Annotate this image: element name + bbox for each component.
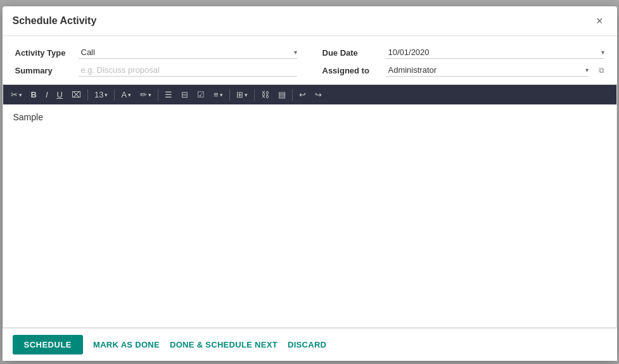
- toolbar-redo-button[interactable]: ↪: [311, 87, 326, 102]
- activity-type-arrow: ▾: [294, 49, 297, 56]
- toolbar-separator-2: [114, 89, 115, 101]
- due-date-label: Due Date: [322, 48, 380, 58]
- toolbar-link-button[interactable]: ⛓: [257, 87, 273, 102]
- toolbar-image-button[interactable]: ▤: [274, 87, 290, 102]
- toolbar-scissors-button[interactable]: ✂ ▾: [7, 87, 26, 102]
- highlight-arrow: ▾: [148, 92, 151, 98]
- summary-label: Summary: [15, 66, 72, 75]
- image-icon: ▤: [278, 90, 286, 99]
- align-arrow: ▾: [220, 92, 223, 98]
- editor-toolbar: ✂ ▾ B I U ⌧: [3, 85, 616, 104]
- modal-header: Schedule Activity ×: [3, 6, 617, 36]
- scissors-icon: ✂: [11, 90, 18, 99]
- schedule-activity-modal: Schedule Activity × Activity Type Call E…: [3, 6, 617, 361]
- toolbar-align-button[interactable]: ≡ ▾: [210, 87, 227, 102]
- mark-as-done-button[interactable]: MARK AS DONE: [93, 340, 160, 349]
- due-date-select[interactable]: 10/01/2020: [386, 46, 601, 58]
- activity-type-row: Activity Type Call Email Meeting ▾: [15, 46, 297, 59]
- color-icon: A: [121, 90, 127, 99]
- fontsize-arrow: ▾: [105, 92, 108, 98]
- form-section: Activity Type Call Email Meeting ▾ Due D…: [3, 36, 617, 82]
- toolbar-undo-button[interactable]: ↩: [295, 87, 310, 102]
- undo-icon: ↩: [299, 90, 306, 99]
- underline-icon: U: [57, 90, 63, 99]
- due-date-arrow: ▾: [601, 49, 604, 56]
- close-button[interactable]: ×: [592, 14, 607, 28]
- done-schedule-next-button[interactable]: DONE & SCHEDULE NEXT: [170, 340, 278, 349]
- toolbar-separator-5: [254, 89, 255, 101]
- activity-type-select[interactable]: Call Email Meeting: [79, 46, 294, 58]
- toolbar-separator-1: [87, 89, 88, 101]
- toolbar-unordered-list-button[interactable]: ☰: [161, 87, 176, 102]
- modal-title: Schedule Activity: [13, 15, 97, 27]
- activity-type-label: Activity Type: [15, 48, 72, 58]
- toolbar-table-button[interactable]: ⊞ ▾: [233, 87, 252, 102]
- assigned-to-arrow: ▾: [585, 66, 589, 73]
- toolbar-fontsize-button[interactable]: 13 ▾: [91, 87, 112, 102]
- summary-input[interactable]: [79, 64, 297, 77]
- highlight-icon: ✏: [140, 90, 147, 99]
- toolbar-italic-button[interactable]: I: [42, 87, 52, 102]
- toolbar-eraser-button[interactable]: ⌧: [68, 87, 85, 102]
- activity-type-select-wrapper[interactable]: Call Email Meeting ▾: [79, 46, 297, 59]
- ordered-list-icon: ⊟: [181, 90, 188, 99]
- summary-row: Summary: [15, 64, 297, 77]
- toolbar-checklist-button[interactable]: ☑: [193, 87, 208, 102]
- schedule-button[interactable]: SCHEDULE: [13, 335, 84, 355]
- toolbar-separator-3: [158, 89, 158, 101]
- scissors-arrow: ▾: [19, 92, 22, 98]
- assigned-to-select[interactable]: Administrator: [386, 64, 585, 76]
- align-icon: ≡: [214, 90, 219, 99]
- eraser-icon: ⌧: [72, 90, 81, 99]
- fontsize-label: 13: [94, 90, 103, 99]
- editor-text: Sample: [13, 112, 43, 122]
- link-icon: ⛓: [261, 90, 269, 99]
- bold-icon: B: [31, 90, 37, 99]
- redo-icon: ↪: [315, 90, 322, 99]
- assigned-to-row: Assigned to Administrator ▾ ⧉: [322, 64, 604, 77]
- toolbar-highlight-button[interactable]: ✏ ▾: [136, 87, 155, 102]
- toolbar-ordered-list-button[interactable]: ⊟: [177, 87, 192, 102]
- modal-body: Activity Type Call Email Meeting ▾ Due D…: [3, 36, 617, 328]
- editor-content[interactable]: Sample: [3, 104, 616, 327]
- editor-container: ✂ ▾ B I U ⌧: [3, 84, 617, 328]
- toolbar-separator-6: [292, 89, 293, 101]
- toolbar-bold-button[interactable]: B: [27, 87, 41, 102]
- toolbar-separator-4: [229, 89, 230, 101]
- checklist-icon: ☑: [197, 90, 205, 99]
- external-link-icon[interactable]: ⧉: [599, 66, 604, 75]
- assigned-to-select-wrapper[interactable]: Administrator ▾: [386, 64, 589, 77]
- toolbar-color-button[interactable]: A ▾: [117, 87, 135, 102]
- toolbar-underline-button[interactable]: U: [53, 87, 67, 102]
- unordered-list-icon: ☰: [165, 90, 172, 99]
- due-date-row: Due Date 10/01/2020 ▾: [322, 46, 604, 59]
- color-arrow: ▾: [128, 92, 131, 98]
- table-arrow: ▾: [245, 92, 248, 98]
- due-date-select-wrapper[interactable]: 10/01/2020 ▾: [386, 46, 604, 59]
- italic-icon: I: [46, 90, 48, 99]
- assigned-to-label: Assigned to: [322, 66, 380, 75]
- table-icon: ⊞: [236, 90, 243, 99]
- discard-button[interactable]: DISCARD: [288, 340, 326, 349]
- modal-footer: SCHEDULE MARK AS DONE DONE & SCHEDULE NE…: [3, 328, 617, 361]
